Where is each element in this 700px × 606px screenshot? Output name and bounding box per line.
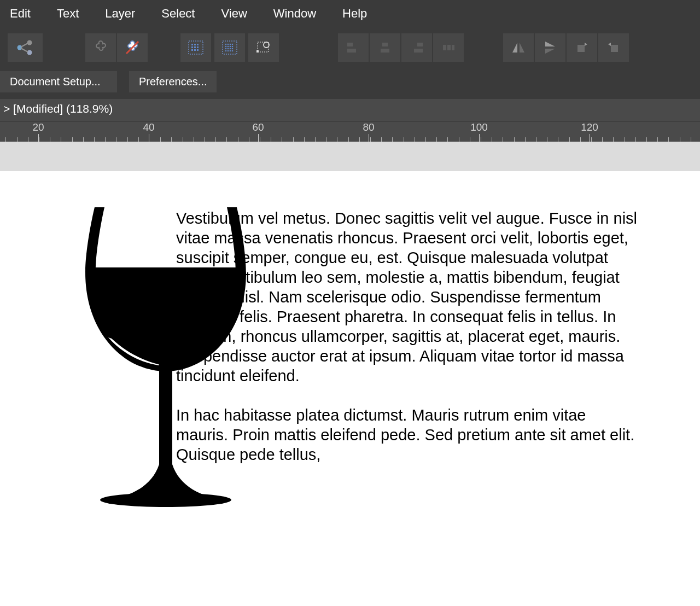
svg-line-4 bbox=[21, 48, 28, 52]
svg-marker-45 bbox=[512, 43, 517, 53]
svg-point-28 bbox=[232, 48, 234, 50]
svg-rect-51 bbox=[159, 362, 172, 479]
svg-marker-47 bbox=[545, 42, 555, 46]
svg-rect-16 bbox=[223, 41, 237, 54]
svg-rect-38 bbox=[382, 43, 388, 46]
svg-point-1 bbox=[27, 40, 32, 45]
svg-point-31 bbox=[230, 50, 231, 52]
wineglass-icon[interactable] bbox=[75, 202, 256, 508]
ruler-number: 100 bbox=[470, 121, 488, 133]
ruler-number: 120 bbox=[581, 121, 598, 133]
ruler-number: 80 bbox=[363, 121, 374, 133]
svg-marker-48 bbox=[545, 49, 555, 54]
svg-point-21 bbox=[225, 46, 227, 48]
menu-text[interactable]: Text bbox=[57, 7, 79, 21]
flip-v-icon[interactable] bbox=[535, 33, 565, 62]
flower-outline-icon[interactable] bbox=[85, 33, 116, 62]
grid-dense-icon[interactable] bbox=[214, 33, 245, 62]
horizontal-ruler[interactable]: 20406080100120 bbox=[0, 121, 700, 142]
align-left-icon[interactable] bbox=[338, 33, 369, 62]
svg-point-18 bbox=[228, 44, 229, 45]
svg-rect-12 bbox=[197, 46, 199, 48]
ruler-number: 60 bbox=[252, 121, 264, 133]
rotate-cw-icon[interactable] bbox=[567, 33, 597, 62]
svg-rect-43 bbox=[447, 45, 451, 50]
document-tab[interactable]: > [Modified] (118.9%) bbox=[0, 99, 700, 121]
svg-marker-46 bbox=[520, 43, 524, 53]
document-canvas[interactable]: Vestibulum vel metus. Donec sagittis vel… bbox=[0, 171, 700, 606]
svg-rect-42 bbox=[443, 45, 446, 50]
menu-layer[interactable]: Layer bbox=[105, 7, 135, 21]
svg-rect-40 bbox=[417, 43, 423, 46]
document-setup-button[interactable]: Document Setup... bbox=[0, 71, 117, 92]
align-center-h-icon[interactable] bbox=[370, 33, 400, 62]
svg-rect-37 bbox=[347, 49, 356, 53]
menu-help[interactable]: Help bbox=[342, 7, 367, 21]
svg-rect-13 bbox=[191, 49, 193, 51]
svg-rect-11 bbox=[194, 46, 196, 48]
svg-point-24 bbox=[232, 46, 234, 48]
svg-rect-10 bbox=[191, 46, 193, 48]
menu-edit[interactable]: Edit bbox=[10, 7, 31, 21]
svg-rect-35 bbox=[256, 50, 259, 53]
svg-rect-9 bbox=[197, 44, 199, 45]
svg-point-19 bbox=[230, 44, 231, 45]
svg-point-30 bbox=[228, 50, 229, 52]
svg-rect-41 bbox=[414, 49, 423, 53]
svg-point-26 bbox=[228, 48, 229, 50]
ruler-number: 40 bbox=[143, 121, 154, 133]
flower-slash-icon[interactable] bbox=[117, 33, 148, 62]
svg-point-22 bbox=[228, 46, 229, 48]
share-icon[interactable] bbox=[8, 33, 43, 62]
menu-view[interactable]: View bbox=[221, 7, 247, 21]
svg-point-17 bbox=[225, 44, 227, 45]
tab-prefix: > bbox=[3, 102, 10, 115]
pasteboard bbox=[0, 142, 700, 171]
tab-modified: [Modified] bbox=[13, 102, 63, 115]
svg-rect-39 bbox=[381, 49, 389, 53]
svg-point-23 bbox=[230, 46, 231, 48]
svg-rect-44 bbox=[452, 45, 454, 50]
menu-window[interactable]: Window bbox=[273, 7, 316, 21]
tab-zoom: 118.9% bbox=[70, 102, 109, 115]
svg-rect-49 bbox=[578, 45, 585, 52]
svg-point-0 bbox=[18, 45, 22, 50]
toolbar bbox=[0, 30, 700, 66]
align-spread-h-icon[interactable] bbox=[433, 33, 464, 62]
svg-point-27 bbox=[230, 48, 231, 50]
svg-rect-15 bbox=[197, 49, 199, 51]
grid-select-icon[interactable] bbox=[180, 33, 211, 62]
svg-rect-36 bbox=[347, 43, 353, 46]
transform-node-icon[interactable] bbox=[248, 33, 279, 62]
svg-point-2 bbox=[27, 50, 32, 55]
svg-point-32 bbox=[232, 50, 234, 52]
svg-rect-7 bbox=[191, 44, 193, 45]
menubar: Edit Text Layer Select View Window Help bbox=[0, 0, 700, 30]
svg-rect-14 bbox=[194, 49, 196, 51]
svg-point-52 bbox=[100, 493, 231, 507]
svg-point-25 bbox=[225, 48, 227, 50]
flip-h-icon[interactable] bbox=[503, 33, 534, 62]
preferences-button[interactable]: Preferences... bbox=[129, 71, 217, 92]
ruler-number: 20 bbox=[32, 121, 44, 133]
svg-line-3 bbox=[21, 43, 28, 47]
toolbar-secondary: Document Setup... Preferences... bbox=[0, 66, 700, 99]
align-right-icon[interactable] bbox=[401, 33, 432, 62]
svg-rect-50 bbox=[611, 45, 618, 52]
svg-point-20 bbox=[232, 44, 234, 45]
rotate-ccw-icon[interactable] bbox=[598, 33, 629, 62]
svg-point-29 bbox=[225, 50, 227, 52]
menu-select[interactable]: Select bbox=[161, 7, 195, 21]
svg-rect-8 bbox=[194, 44, 196, 45]
